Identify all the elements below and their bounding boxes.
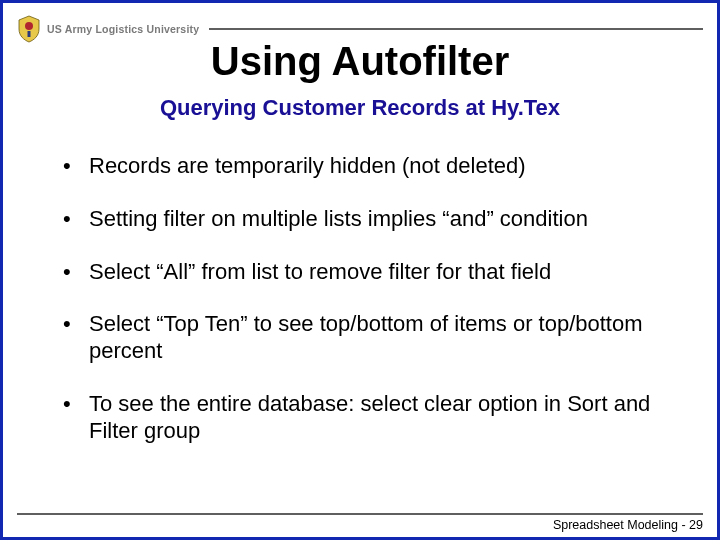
footer-rule [17,513,703,515]
header-row: US Army Logistics University [17,19,703,39]
list-item: To see the entire database: select clear… [59,391,667,445]
org-label: US Army Logistics University [47,23,199,35]
svg-rect-1 [28,31,31,37]
slide-subtitle: Querying Customer Records at Hy.Tex [3,95,717,121]
list-item: Select “Top Ten” to see top/bottom of it… [59,311,667,365]
bullet-list: Records are temporarily hidden (not dele… [59,153,667,471]
footer-text: Spreadsheet Modeling - 29 [553,518,703,532]
svg-point-0 [25,22,33,30]
list-item: Records are temporarily hidden (not dele… [59,153,667,180]
slide-title: Using Autofilter [3,39,717,84]
slide: US Army Logistics University Using Autof… [0,0,720,540]
header-rule [209,28,703,30]
list-item: Select “All” from list to remove filter … [59,259,667,286]
list-item: Setting filter on multiple lists implies… [59,206,667,233]
